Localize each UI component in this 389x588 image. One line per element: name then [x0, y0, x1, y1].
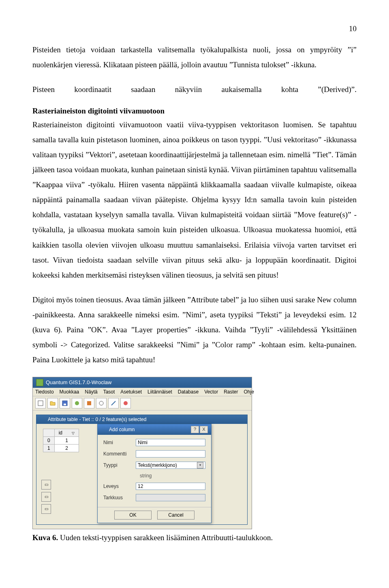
- dialog-help-button[interactable]: ?: [191, 426, 199, 433]
- table-corner: [43, 429, 55, 436]
- dialog-icon: [101, 427, 107, 432]
- paragraph-2: Rasteriaineiston digitointi viivamuotoon…: [32, 117, 357, 282]
- add-column-dialog: Add column ? X Nimi Kommentti: [97, 424, 212, 523]
- qgis-menu-bar: Tiedosto Muokkaa Näytä Tasot Asetukset L…: [33, 388, 252, 396]
- side-button[interactable]: ▭: [41, 492, 51, 502]
- figure-6: Quantum GIS1.7.0-Wroclaw Tiedosto Muokka…: [32, 377, 357, 529]
- derived-word: näkyviin: [175, 82, 202, 97]
- column-header-id[interactable]: id ▽: [54, 429, 79, 436]
- page-number: 10: [32, 24, 357, 33]
- document-page: 10 Pisteiden tietoja voidaan tarkastella…: [0, 0, 389, 558]
- menu-item[interactable]: Tasot: [103, 389, 115, 395]
- cell-id[interactable]: 2: [54, 444, 79, 452]
- type-hint: string: [140, 473, 205, 479]
- qgis-app-icon: [36, 379, 43, 386]
- toolbar-icon[interactable]: [96, 398, 107, 408]
- menu-item[interactable]: Vector: [204, 389, 218, 395]
- menu-item[interactable]: Ohje: [244, 389, 254, 395]
- new-project-icon[interactable]: [35, 398, 46, 408]
- side-button[interactable]: ▭: [41, 480, 51, 490]
- svg-rect-2: [64, 404, 66, 405]
- attribute-side-buttons: ▭ ▭ ▭: [41, 480, 79, 514]
- menu-item[interactable]: Tiedosto: [35, 389, 54, 395]
- derived-word: kohta: [281, 82, 298, 97]
- side-button[interactable]: ▭: [41, 504, 51, 514]
- label-tarkkuus: Tarkkuus: [103, 495, 136, 500]
- derived-word: aukaisemalla: [222, 82, 262, 97]
- input-leveys[interactable]: [136, 483, 205, 490]
- dialog-titlebar: Add column ? X: [98, 424, 211, 435]
- input-kommentti[interactable]: [136, 450, 205, 458]
- svg-rect-0: [38, 401, 43, 406]
- select-tyyppi[interactable]: Teksti(merkkijono) ▾: [136, 462, 205, 469]
- toolbar-icon[interactable]: [108, 398, 119, 408]
- attribute-data-table: id ▽ 0 1 1 2: [43, 429, 79, 452]
- table-row[interactable]: 1 2: [43, 444, 79, 452]
- menu-item[interactable]: Raster: [224, 389, 238, 395]
- derived-word: Pisteen: [32, 82, 55, 97]
- derived-line: Pisteen koordinaatit saadaan näkyviin au…: [32, 82, 357, 97]
- dialog-title-text: Add column: [109, 427, 135, 432]
- chevron-down-icon: ▾: [197, 462, 203, 468]
- attribute-table-title: Attribute table - Tiet :: 0 / 2 feature(…: [48, 417, 146, 422]
- derived-word: koordinaatit: [74, 82, 111, 97]
- section-heading: Rasteriaineiston digitointi viivamuotoon: [32, 107, 357, 115]
- save-project-icon[interactable]: [60, 398, 70, 408]
- menu-item[interactable]: Asetukset: [120, 389, 142, 395]
- input-tarkkuus: [136, 494, 205, 501]
- cell-id[interactable]: 1: [54, 436, 79, 444]
- toolbar-icon[interactable]: [84, 398, 94, 408]
- table-row[interactable]: 0 1: [43, 436, 79, 444]
- attribute-table-left: id ▽ 0 1 1 2: [40, 426, 79, 514]
- ok-button[interactable]: OK: [114, 511, 152, 520]
- toolbar-icon[interactable]: [120, 398, 131, 408]
- derived-word: saadaan: [131, 82, 155, 97]
- dialog-footer: OK Cancel: [98, 507, 211, 523]
- label-tyyppi: Tyyppi: [103, 462, 136, 468]
- menu-item[interactable]: Näytä: [85, 389, 97, 395]
- input-nimi[interactable]: [136, 439, 205, 446]
- figure-caption-text: Uuden teksti-tyyppisen sarakkeen lisäämi…: [58, 533, 273, 542]
- svg-point-3: [75, 401, 79, 405]
- column-header-label: id: [59, 430, 62, 436]
- attribute-table-titlebar: Attribute table - Tiet :: 0 / 2 feature(…: [36, 415, 247, 424]
- qgis-titlebar: Quantum GIS1.7.0-Wroclaw: [33, 377, 252, 388]
- sort-arrow-icon: ▽: [72, 431, 75, 435]
- open-project-icon[interactable]: [47, 398, 58, 408]
- cancel-button[interactable]: Cancel: [157, 511, 194, 520]
- row-index: 1: [43, 444, 55, 452]
- figure-caption-label: Kuva 6.: [32, 533, 58, 542]
- menu-item[interactable]: Liitännäiset: [147, 389, 172, 395]
- label-nimi: Nimi: [103, 440, 136, 445]
- figure-caption: Kuva 6. Uuden teksti-tyyppisen sarakkeen…: [32, 533, 357, 542]
- paragraph-3: Digitoi myös toinen tieosuus. Avaa tämän…: [32, 292, 357, 367]
- svg-point-5: [99, 401, 103, 405]
- menu-item[interactable]: Muokkaa: [60, 389, 79, 395]
- attribute-table-window: Attribute table - Tiet :: 0 / 2 feature(…: [36, 415, 248, 525]
- dialog-close-button[interactable]: X: [200, 426, 208, 433]
- qgis-window: Quantum GIS1.7.0-Wroclaw Tiedosto Muokka…: [32, 377, 252, 529]
- paragraph-1: Pisteiden tietoja voidaan tarkastella va…: [32, 42, 357, 72]
- label-leveys: Leveys: [103, 483, 136, 489]
- row-index: 0: [43, 436, 55, 444]
- qgis-title-text: Quantum GIS1.7.0-Wroclaw: [46, 379, 111, 385]
- attribute-table-icon: [40, 417, 45, 422]
- label-kommentti: Kommentti: [103, 451, 136, 457]
- select-tyyppi-value: Teksti(merkkijono): [138, 462, 177, 468]
- qgis-toolbar: [33, 396, 252, 411]
- svg-rect-4: [87, 401, 91, 405]
- svg-point-6: [124, 401, 128, 405]
- derived-word: ”(Derived)”.: [318, 82, 357, 97]
- toolbar-icon[interactable]: [72, 398, 82, 408]
- menu-item[interactable]: Database: [178, 389, 199, 395]
- dialog-body: Nimi Kommentti Tyyppi Teksti(merkkijono)…: [98, 435, 211, 507]
